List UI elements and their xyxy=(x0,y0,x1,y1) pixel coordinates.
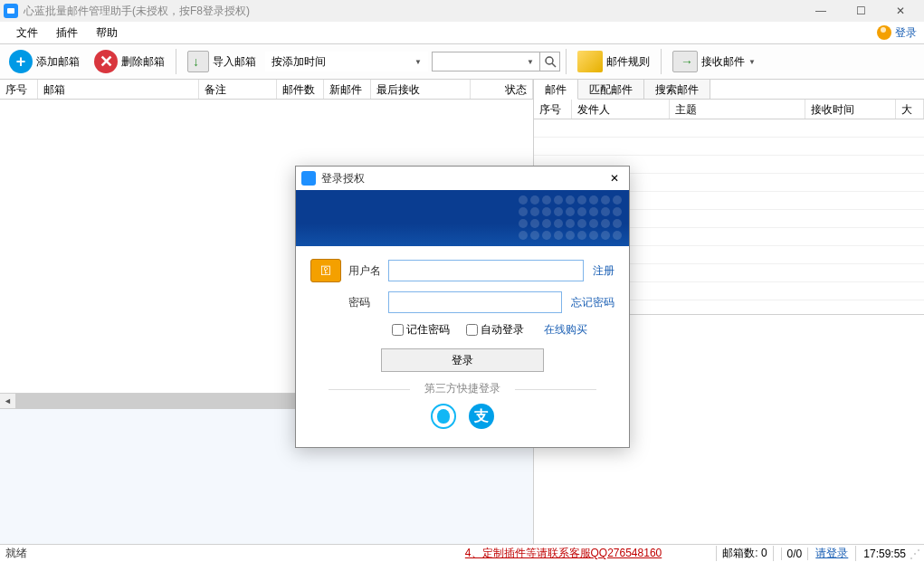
rules-icon xyxy=(577,51,603,72)
status-login-link[interactable]: 请登录 xyxy=(815,546,856,561)
dialog-icon xyxy=(301,171,316,186)
app-icon xyxy=(4,4,18,18)
col-mailbox[interactable]: 邮箱 xyxy=(38,80,199,99)
auto-login-checkbox[interactable]: 自动登录 xyxy=(466,322,524,338)
menu-help[interactable]: 帮助 xyxy=(87,24,127,43)
svg-point-0 xyxy=(546,57,553,64)
dialog-title: 登录授权 xyxy=(321,171,365,186)
user-icon xyxy=(877,25,891,40)
sort-value: 按添加时间 xyxy=(271,54,326,70)
close-button[interactable]: ✕ xyxy=(881,0,920,22)
menubar: 文件 插件 帮助 登录 xyxy=(0,22,924,43)
register-link[interactable]: 注册 xyxy=(593,263,614,279)
col-subject[interactable]: 主题 xyxy=(670,100,805,119)
sort-select[interactable]: 按添加时间 ▼ xyxy=(265,52,428,71)
col-seq[interactable]: 序号 xyxy=(0,80,38,99)
mail-tabs: 邮件 匹配邮件 搜索邮件 xyxy=(534,80,924,100)
login-button[interactable]: 登录 xyxy=(381,348,544,372)
chevron-down-icon: ▼ xyxy=(527,58,534,66)
username-label: 用户名 xyxy=(348,263,388,279)
status-notice-link[interactable]: 4、定制插件等请联系客服QQ276548160 xyxy=(465,546,662,561)
col-status[interactable]: 状态 xyxy=(471,80,533,99)
remember-password-checkbox[interactable]: 记住密码 xyxy=(392,322,450,338)
svg-line-1 xyxy=(552,63,556,67)
receive-mail-button[interactable]: 接收邮件 ▼ xyxy=(667,49,761,74)
buy-online-link[interactable]: 在线购买 xyxy=(544,322,587,338)
mail-rules-button[interactable]: 邮件规则 xyxy=(572,49,655,74)
add-label: 添加邮箱 xyxy=(36,54,80,70)
import-icon xyxy=(187,51,209,72)
col-seq[interactable]: 序号 xyxy=(534,100,572,119)
tab-match[interactable]: 匹配邮件 xyxy=(578,80,644,99)
col-received[interactable]: 接收时间 xyxy=(805,100,896,119)
add-mailbox-button[interactable]: + 添加邮箱 xyxy=(4,48,85,75)
rules-label: 邮件规则 xyxy=(606,54,650,70)
status-time: 17:59:55 xyxy=(863,548,906,560)
col-from[interactable]: 发件人 xyxy=(572,100,670,119)
maximize-button[interactable]: ☐ xyxy=(841,0,881,22)
col-new[interactable]: 新邮件 xyxy=(324,80,371,99)
plus-icon: + xyxy=(9,50,33,73)
import-label: 导入邮箱 xyxy=(213,54,256,70)
magnifier-icon xyxy=(544,55,557,68)
window-title: 心蓝批量邮件管理助手(未授权，按F8登录授权) xyxy=(24,4,250,19)
menu-plugin[interactable]: 插件 xyxy=(47,24,87,43)
username-input[interactable] xyxy=(388,260,584,281)
separator xyxy=(176,49,176,74)
mailbox-grid-header: 序号 邮箱 备注 邮件数 新邮件 最后接收 状态 xyxy=(0,80,533,100)
chevron-down-icon: ▼ xyxy=(414,58,422,66)
qq-login-icon[interactable] xyxy=(431,404,456,429)
col-last[interactable]: 最后接收 xyxy=(371,80,471,99)
mail-grid-header: 序号 发件人 主题 接收时间 大 xyxy=(534,100,924,119)
alipay-login-icon[interactable]: 支 xyxy=(469,404,494,429)
menu-login[interactable]: 登录 xyxy=(877,25,917,41)
key-icon: ⚿ xyxy=(310,259,341,282)
separator xyxy=(661,49,662,74)
chevron-down-icon: ▼ xyxy=(748,58,756,66)
third-party-label: 第三方快捷登录 xyxy=(310,381,614,396)
scroll-left-icon[interactable]: ◄ xyxy=(0,394,15,409)
statusbar: 就绪 4、定制插件等请联系客服QQ276548160 邮箱数: 0 0/0 请登… xyxy=(0,544,924,562)
minimize-button[interactable]: — xyxy=(801,0,841,22)
tab-mail[interactable]: 邮件 xyxy=(534,80,578,100)
status-ready: 就绪 xyxy=(5,546,27,561)
resize-grip-icon[interactable]: ⋰ xyxy=(910,548,919,560)
menu-file[interactable]: 文件 xyxy=(7,24,47,43)
receive-icon xyxy=(672,51,698,72)
dialog-banner xyxy=(296,190,629,246)
password-label: 密码 xyxy=(348,295,388,310)
search-button[interactable] xyxy=(540,52,560,71)
login-dialog: 登录授权 ✕ ⚿ 用户名 注册 密码 忘记密码 记住密码 自动登录 在线购买 登… xyxy=(295,166,630,448)
delete-label: 删除邮箱 xyxy=(121,54,165,70)
col-remark[interactable]: 备注 xyxy=(199,80,277,99)
tab-search[interactable]: 搜索邮件 xyxy=(644,80,710,99)
import-mailbox-button[interactable]: 导入邮箱 xyxy=(182,49,262,74)
col-count[interactable]: 邮件数 xyxy=(277,80,324,99)
col-size[interactable]: 大 xyxy=(896,100,924,119)
toolbar: + 添加邮箱 ✕ 删除邮箱 导入邮箱 按添加时间 ▼ ▼ 邮件规则 接收邮件 ▼ xyxy=(0,43,924,80)
delete-icon: ✕ xyxy=(94,50,118,73)
titlebar: 心蓝批量邮件管理助手(未授权，按F8登录授权) — ☐ ✕ xyxy=(0,0,924,22)
date-search-input[interactable]: ▼ xyxy=(432,52,540,71)
password-input[interactable] xyxy=(388,291,562,313)
dialog-titlebar[interactable]: 登录授权 ✕ xyxy=(296,167,629,190)
mailbox-count: 邮箱数: 0 xyxy=(716,546,773,561)
receive-label: 接收邮件 xyxy=(701,54,745,70)
forgot-password-link[interactable]: 忘记密码 xyxy=(571,295,614,310)
login-label: 登录 xyxy=(895,25,917,41)
separator xyxy=(566,49,567,74)
dialog-close-button[interactable]: ✕ xyxy=(605,169,624,187)
delete-mailbox-button[interactable]: ✕ 删除邮箱 xyxy=(89,48,170,75)
progress-count: 0/0 xyxy=(781,548,809,560)
